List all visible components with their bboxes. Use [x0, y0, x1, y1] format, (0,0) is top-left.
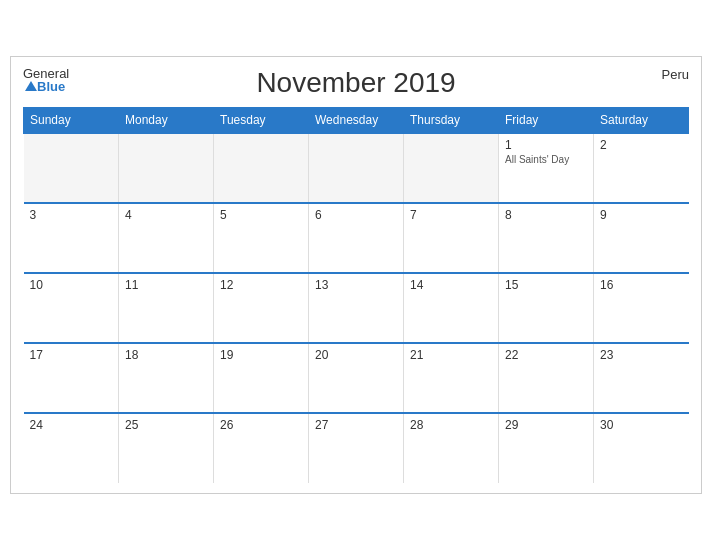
- calendar-container: General Blue November 2019 Peru Sunday M…: [10, 56, 702, 494]
- day-number: 12: [220, 278, 302, 292]
- day-number: 8: [505, 208, 587, 222]
- day-cell: 2: [594, 133, 689, 203]
- day-cell: [404, 133, 499, 203]
- day-number: 11: [125, 278, 207, 292]
- day-number: 17: [30, 348, 113, 362]
- day-cell: 14: [404, 273, 499, 343]
- day-cell: [214, 133, 309, 203]
- country-label: Peru: [662, 67, 689, 82]
- day-number: 20: [315, 348, 397, 362]
- day-number: 7: [410, 208, 492, 222]
- day-cell: 30: [594, 413, 689, 483]
- col-wednesday: Wednesday: [309, 108, 404, 134]
- logo: General Blue: [23, 67, 69, 93]
- day-number: 25: [125, 418, 207, 432]
- day-number: 21: [410, 348, 492, 362]
- calendar-grid: Sunday Monday Tuesday Wednesday Thursday…: [23, 107, 689, 483]
- day-number: 13: [315, 278, 397, 292]
- day-number: 2: [600, 138, 683, 152]
- day-number: 29: [505, 418, 587, 432]
- day-cell: [24, 133, 119, 203]
- day-number: 27: [315, 418, 397, 432]
- day-cell: [119, 133, 214, 203]
- day-cell: 5: [214, 203, 309, 273]
- calendar-header: General Blue November 2019 Peru: [23, 67, 689, 99]
- day-number: 10: [30, 278, 113, 292]
- day-cell: 15: [499, 273, 594, 343]
- day-cell: 8: [499, 203, 594, 273]
- day-number: 28: [410, 418, 492, 432]
- header-row: Sunday Monday Tuesday Wednesday Thursday…: [24, 108, 689, 134]
- day-cell: 3: [24, 203, 119, 273]
- col-thursday: Thursday: [404, 108, 499, 134]
- day-cell: 28: [404, 413, 499, 483]
- day-cell: 29: [499, 413, 594, 483]
- day-cell: 4: [119, 203, 214, 273]
- day-cell: 6: [309, 203, 404, 273]
- week-row-3: 17181920212223: [24, 343, 689, 413]
- day-cell: 25: [119, 413, 214, 483]
- day-number: 23: [600, 348, 683, 362]
- col-monday: Monday: [119, 108, 214, 134]
- day-number: 3: [30, 208, 113, 222]
- day-number: 15: [505, 278, 587, 292]
- day-number: 19: [220, 348, 302, 362]
- logo-triangle-icon: [25, 81, 37, 91]
- col-saturday: Saturday: [594, 108, 689, 134]
- week-row-1: 3456789: [24, 203, 689, 273]
- day-number: 22: [505, 348, 587, 362]
- day-number: 1: [505, 138, 587, 152]
- week-row-0: 1All Saints' Day2: [24, 133, 689, 203]
- logo-blue-text: Blue: [37, 80, 65, 93]
- day-cell: 16: [594, 273, 689, 343]
- week-row-4: 24252627282930: [24, 413, 689, 483]
- day-cell: 12: [214, 273, 309, 343]
- day-cell: [309, 133, 404, 203]
- day-number: 26: [220, 418, 302, 432]
- week-row-2: 10111213141516: [24, 273, 689, 343]
- day-cell: 9: [594, 203, 689, 273]
- calendar-title: November 2019: [256, 67, 455, 99]
- day-cell: 27: [309, 413, 404, 483]
- day-event: All Saints' Day: [505, 154, 587, 165]
- day-cell: 7: [404, 203, 499, 273]
- day-number: 14: [410, 278, 492, 292]
- day-cell: 11: [119, 273, 214, 343]
- day-cell: 17: [24, 343, 119, 413]
- day-number: 16: [600, 278, 683, 292]
- day-number: 9: [600, 208, 683, 222]
- day-cell: 20: [309, 343, 404, 413]
- day-cell: 23: [594, 343, 689, 413]
- day-number: 5: [220, 208, 302, 222]
- day-cell: 18: [119, 343, 214, 413]
- day-cell: 22: [499, 343, 594, 413]
- day-cell: 1All Saints' Day: [499, 133, 594, 203]
- day-cell: 24: [24, 413, 119, 483]
- col-friday: Friday: [499, 108, 594, 134]
- day-number: 4: [125, 208, 207, 222]
- col-sunday: Sunday: [24, 108, 119, 134]
- day-number: 18: [125, 348, 207, 362]
- day-number: 6: [315, 208, 397, 222]
- day-number: 24: [30, 418, 113, 432]
- day-cell: 26: [214, 413, 309, 483]
- day-cell: 10: [24, 273, 119, 343]
- col-tuesday: Tuesday: [214, 108, 309, 134]
- day-number: 30: [600, 418, 683, 432]
- day-cell: 19: [214, 343, 309, 413]
- day-cell: 13: [309, 273, 404, 343]
- day-cell: 21: [404, 343, 499, 413]
